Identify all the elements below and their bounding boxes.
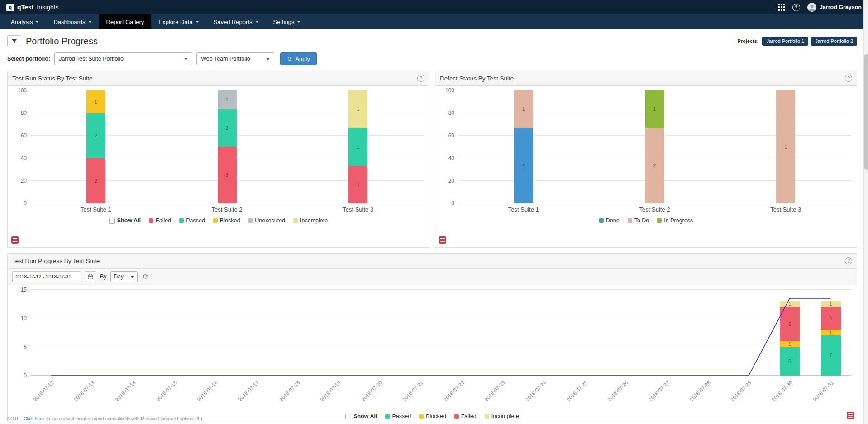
legend-swatch: [628, 218, 632, 223]
segment-failed[interactable]: 4: [821, 307, 841, 330]
segment-incomplete[interactable]: 1: [821, 301, 841, 307]
caret-down-icon: [255, 21, 259, 23]
vertical-scrollbar[interactable]: [863, 0, 868, 424]
legend-item-failed[interactable]: Failed: [454, 413, 477, 419]
segment-blocked[interactable]: 1: [86, 90, 105, 113]
show-all-checkbox[interactable]: [345, 414, 351, 419]
segment-done[interactable]: 2: [514, 128, 533, 203]
export-icon[interactable]: [847, 412, 854, 419]
legend-swatch: [657, 218, 662, 223]
legend-swatch: [419, 414, 424, 419]
legend-item-unexecuted[interactable]: Unexecuted: [248, 217, 285, 224]
user-menu[interactable]: Jarrod Grayson: [807, 3, 862, 12]
legend-swatch: [179, 218, 184, 223]
show-all-toggle[interactable]: Show All: [345, 413, 377, 419]
scrollbar-thumb[interactable]: [864, 54, 868, 170]
menu-item-saved-reports[interactable]: Saved Reports: [206, 14, 266, 29]
refresh-button[interactable]: [141, 273, 149, 281]
segment-failed[interactable]: 3: [218, 147, 237, 203]
help-icon[interactable]: ?: [792, 4, 800, 11]
y-axis-tick-label: 0: [451, 200, 454, 207]
legend-item-incomplete[interactable]: Incomplete: [485, 413, 519, 419]
x-axis-label: Test Suite 3: [770, 206, 801, 213]
segment-value-label: 2: [226, 126, 229, 131]
panel-help-icon[interactable]: ?: [417, 75, 424, 82]
segment-failed[interactable]: 2: [86, 158, 105, 203]
segment-passed[interactable]: 5: [780, 347, 800, 376]
segment-incomplete[interactable]: 1: [348, 90, 367, 128]
apply-label: Apply: [295, 56, 310, 62]
segment-value-label: 1: [95, 99, 97, 104]
app-launcher-icon[interactable]: [778, 4, 785, 11]
x-axis-label: 2018-07-16: [196, 380, 219, 402]
bar-test-suite-1[interactable]: 21: [514, 90, 533, 203]
project-badge-1[interactable]: Jarrod Portfolio 1: [762, 37, 808, 46]
panel-help-icon[interactable]: ?: [845, 75, 852, 82]
calendar-button[interactable]: [85, 271, 96, 282]
menu-label: Saved Reports: [214, 19, 253, 25]
menu-item-report-gallery[interactable]: Report Gallery: [99, 14, 152, 29]
segment-passed[interactable]: 7: [821, 335, 841, 376]
menu-item-settings[interactable]: Settings: [266, 14, 308, 29]
x-axis-labels: Test Suite 1Test Suite 2Test Suite 3: [458, 203, 851, 214]
apply-button[interactable]: Apply: [280, 52, 317, 65]
menu-label: Settings: [273, 19, 295, 25]
y-axis-tick-label: 10: [21, 315, 27, 321]
export-icon[interactable]: [439, 236, 446, 244]
qtest-brand[interactable]: q qTest Insights: [6, 4, 59, 11]
by-label: By: [100, 273, 107, 280]
panel-help-icon[interactable]: ?: [845, 257, 852, 264]
portfolio-select[interactable]: Jarrod Test Suite Portfolio: [54, 52, 192, 65]
bar-2018-07-31[interactable]: 7141: [821, 290, 841, 376]
segment-in-progress[interactable]: 1: [645, 90, 664, 128]
show-all-toggle[interactable]: Show All: [109, 217, 141, 224]
team-portfolio-select[interactable]: Web Team Portfolio: [196, 52, 274, 65]
bar-test-suite-3[interactable]: 111: [348, 90, 367, 203]
segment-failed[interactable]: 6: [780, 307, 800, 341]
legend-item-passed[interactable]: Passed: [385, 413, 411, 419]
menu-item-dashboards[interactable]: Dashboards: [46, 14, 99, 29]
segment-incomplete[interactable]: 1: [780, 301, 800, 307]
segment-blocked[interactable]: 1: [821, 330, 841, 336]
segment-passed[interactable]: 1: [348, 128, 367, 165]
x-axis-label: 2018-07-23: [483, 380, 506, 402]
date-range-input[interactable]: [12, 271, 81, 282]
segment-passed[interactable]: 2: [86, 113, 105, 158]
menu-item-explore-data[interactable]: Explore Data: [151, 14, 206, 29]
bar-test-suite-2[interactable]: 21: [645, 90, 664, 203]
segment-to-do[interactable]: 1: [514, 90, 533, 128]
segment-unexecuted[interactable]: 1: [218, 90, 237, 109]
interval-select[interactable]: Day: [110, 271, 138, 282]
bar-test-suite-1[interactable]: 221: [86, 90, 105, 203]
bar-test-suite-2[interactable]: 321: [218, 90, 237, 203]
segment-value-label: 1: [226, 97, 229, 102]
legend-label: Incomplete: [300, 217, 328, 224]
legend-item-passed[interactable]: Passed: [179, 217, 205, 224]
legend-item-blocked[interactable]: Blocked: [213, 217, 240, 224]
legend-item-blocked[interactable]: Blocked: [419, 413, 446, 419]
interval-select-value: Day: [114, 273, 124, 280]
segment-blocked[interactable]: 1: [780, 341, 800, 347]
project-badge-2[interactable]: Jarrod Portfolio 2: [811, 37, 857, 46]
segment-to-do[interactable]: 2: [645, 128, 664, 203]
x-axis-label: 2018-07-31: [812, 380, 835, 402]
caret-down-icon: [297, 21, 300, 23]
filter-button[interactable]: [7, 35, 21, 47]
legend-item-to-do[interactable]: To Do: [628, 217, 649, 224]
segment-passed[interactable]: 2: [218, 109, 237, 147]
bar-test-suite-3[interactable]: 1: [776, 90, 795, 203]
menu-item-analysis[interactable]: Analysis: [4, 14, 46, 29]
export-icon[interactable]: [11, 236, 19, 244]
segment-failed[interactable]: 1: [348, 166, 367, 203]
show-all-checkbox[interactable]: [109, 218, 115, 224]
legend-item-in-progress[interactable]: In Progress: [657, 217, 693, 224]
bar-2018-07-30[interactable]: 5161: [780, 290, 800, 376]
legend-item-done[interactable]: Done: [599, 217, 620, 224]
legend-item-failed[interactable]: Failed: [149, 217, 171, 224]
app-root: q qTest Insights ? Jarrod Grayson: [0, 0, 868, 422]
legend-label: Passed: [186, 217, 205, 224]
legend-item-incomplete[interactable]: Incomplete: [293, 217, 328, 224]
footer-link[interactable]: Click here: [24, 416, 43, 421]
panel-header: Defect Status By Test Suite ?: [435, 71, 857, 86]
segment-to-do[interactable]: 1: [776, 90, 795, 203]
